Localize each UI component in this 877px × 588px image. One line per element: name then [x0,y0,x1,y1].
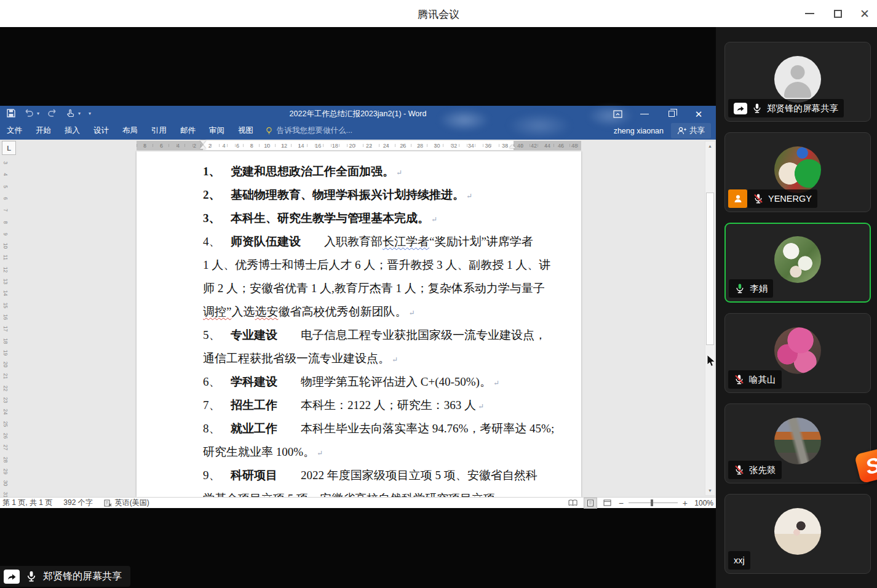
ruler-text-area: 2468101214161820222426283032343638 [203,141,514,150]
titlebar-right-group: zheng xiaonan 共享 [614,122,711,140]
close-button[interactable]: ✕ [857,6,872,21]
doc-line: 5、专业建设电子信息工程专业获批国家级一流专业建设点， [203,324,581,347]
word-share-button[interactable]: 共享 [671,123,711,138]
tab-references[interactable]: 引用 [145,122,173,140]
doc-line-clipped: 学基金项目立项 5 项、安徽省高校自然科学研究项目立项 [203,487,581,497]
ruler-number: 18 [1,337,9,345]
participant-tile-speaking[interactable]: 李娟 [724,223,871,303]
maximize-button[interactable] [830,6,845,21]
mic-on-icon [25,570,38,582]
participant-tile[interactable]: 张先燚 [724,403,871,483]
doc-line: 4、师资队伍建设入职教育部长江学者“奖励计划”讲席学者 [203,230,581,253]
proofing-status[interactable]: 英语(美国) [104,498,149,508]
ruler-number: 30 [1,479,9,487]
screen-share-icon [4,570,20,584]
ruler-number: 12 [1,266,9,274]
ruler-number: 15 [1,301,9,309]
participant-tile[interactable]: xxj [724,494,871,574]
document-scrollbar[interactable]: ▲ ▼ [705,141,715,496]
avatar-placeholder [774,56,821,103]
scrollbar-thumb[interactable] [706,193,714,345]
ruler-left-margin: 8642 [137,141,203,150]
tab-design[interactable]: 设计 [87,122,116,140]
participant-tile-sharer[interactable]: 郑贤锋的屏幕共享 [724,42,871,122]
ruler-number: 10 [264,143,270,149]
ruler-number: 38 [502,143,508,149]
mic-on-icon [752,103,763,114]
tab-insert[interactable]: 插入 [58,122,87,140]
scroll-up-button[interactable]: ▲ [705,141,715,151]
close-icon: ✕ [860,8,870,20]
view-read-mode-button[interactable] [567,498,579,508]
document-text: 1、党建和思想政治工作全面加强。 2、基础物理教育、物理学科振兴计划持续推进。 … [137,151,581,497]
zoom-slider[interactable] [629,503,678,503]
ruler-number: 6 [160,143,163,149]
ruler-number: 23 [1,396,9,404]
ruler-number: 14 [298,143,304,149]
ruler-number: 16 [315,143,321,149]
tab-review[interactable]: 审阅 [202,122,231,140]
account-name[interactable]: zheng xiaonan [614,127,664,135]
right-indent-marker[interactable] [509,145,515,148]
zoom-out-button[interactable]: − [619,499,624,507]
ruler-number: 22 [1,384,9,392]
sticker-letter: S [863,454,877,477]
zoom-slider-handle[interactable] [651,499,653,506]
participant-tile[interactable]: 喻其山 [724,313,871,393]
doc-line: 2、基础物理教育、物理学科振兴计划持续推进。 [203,183,581,207]
page-indicator[interactable]: 第 1 页, 共 1 页 [2,498,52,508]
ruler-number: 21 [1,372,9,380]
minimize-button[interactable] [802,6,817,21]
avatar-photo [774,146,821,193]
mic-muted-icon [753,193,764,204]
ribbon-tab-bar: 文件 开始 插入 设计 布局 引用 邮件 审阅 视图 告诉我您想要做什么... … [0,122,716,140]
tab-layout[interactable]: 布局 [116,122,145,140]
proofing-icon [104,499,112,507]
person-add-icon [677,127,686,135]
screen-share-banner[interactable]: 郑贤锋的屏幕共享 [0,566,130,587]
first-line-indent-marker[interactable] [200,140,206,144]
participants-panel: 郑贤锋的屏幕共享 YENERGY 李娟 [716,27,877,588]
participant-name: 李娟 [750,283,768,295]
name-badge: 郑贤锋的屏幕共享 [728,99,844,117]
scroll-down-button[interactable]: ▼ [705,486,715,495]
word-minimize-button[interactable] [631,106,658,122]
tab-home[interactable]: 开始 [29,122,58,140]
ruler-number: 28 [417,143,423,149]
participant-name: 郑贤锋的屏幕共享 [767,103,838,114]
ruler-number: 19 [1,349,9,357]
ruler-right-margin: 4042444648 [514,141,581,150]
vertical-ruler[interactable]: 3456789101112131415161718192021222324252… [0,151,9,497]
maximize-icon [834,10,842,18]
status-right-group: − + 100% [567,498,713,508]
word-count[interactable]: 392 个字 [63,498,92,508]
ruler-number: 36 [485,143,491,149]
language-indicator: 英语(美国) [115,498,149,508]
tab-file[interactable]: 文件 [0,122,29,140]
participant-name: 喻其山 [749,374,776,386]
word-titlebar: ▾ ▾ ▾ 2022年工作总结汇报2023jan2(1) - Word ✕ [0,106,716,122]
ruler-number: 46 [558,143,564,149]
ruler-number: 31 [1,491,9,497]
tab-view[interactable]: 视图 [231,122,260,140]
meeting-title: 腾讯会议 [0,7,877,22]
zoom-in-button[interactable]: + [683,499,688,507]
tab-mailings[interactable]: 邮件 [173,122,202,140]
ribbon-display-options-button[interactable] [604,106,631,122]
ruler-number: 26 [1,432,9,440]
word-window: ▾ ▾ ▾ 2022年工作总结汇报2023jan2(1) - Word ✕ [0,106,716,508]
tell-me-box[interactable]: 告诉我您想要做什么... [265,125,352,136]
view-print-layout-button[interactable] [584,498,597,508]
ruler-number: 8 [1,218,9,226]
zoom-level[interactable]: 100% [692,499,713,507]
doc-line: 7、招生工作本科生：2122 人；研究生：363 人 [203,394,581,417]
doc-line: 8、就业工作本科生毕业去向落实率达 94.76%，考研率达 45%; [203,417,581,440]
avatar-photo [774,508,821,555]
view-web-layout-button[interactable] [601,498,614,508]
word-close-button[interactable]: ✕ [685,106,712,122]
word-restore-button[interactable] [658,106,685,122]
document-page[interactable]: 1、党建和思想政治工作全面加强。 2、基础物理教育、物理学科振兴计划持续推进。 … [137,151,581,497]
participant-tile[interactable]: YENERGY [724,132,871,212]
hanging-indent-marker[interactable] [200,145,206,149]
ruler-number: 6 [236,143,239,149]
